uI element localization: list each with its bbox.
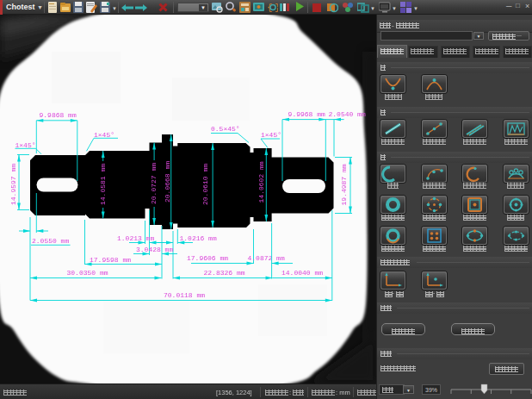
svg-text:19.4987 mm: 19.4987 mm [340, 164, 348, 205]
svg-text:20.0610 mm: 20.0610 mm [201, 164, 209, 205]
svg-text:1×45°: 1×45° [261, 131, 281, 139]
svg-text:14.0581 mm: 14.0581 mm [99, 164, 107, 205]
svg-text:4.0872 mm: 4.0872 mm [248, 254, 285, 262]
svg-text:17.9598 mm: 17.9598 mm [90, 256, 131, 264]
svg-text:17.9606 mm: 17.9606 mm [187, 254, 228, 262]
svg-text:14.9597 mm: 14.9597 mm [9, 164, 17, 205]
svg-text:20.0668 mm: 20.0668 mm [164, 161, 171, 203]
svg-text:1×45°: 1×45° [94, 131, 114, 139]
svg-text:14.0040 mm: 14.0040 mm [281, 269, 323, 277]
svg-text:}: } [275, 3, 278, 13]
svg-text:70.0118 mm: 70.0118 mm [164, 291, 205, 299]
svg-text:22.8326 mm: 22.8326 mm [204, 269, 245, 277]
svg-text:20.0727 mm: 20.0727 mm [150, 163, 158, 204]
svg-text:2.0550 mm: 2.0550 mm [32, 237, 69, 245]
svg-text:0.5×45°: 0.5×45° [211, 125, 240, 133]
svg-text:14.0602 mm: 14.0602 mm [257, 161, 265, 203]
svg-text:1×45°: 1×45° [15, 141, 36, 149]
svg-text:3.0428 mm: 3.0428 mm [136, 246, 173, 253]
svg-text:9.9868 mm: 9.9868 mm [40, 111, 77, 119]
svg-text:30.0350 mm: 30.0350 mm [67, 269, 108, 277]
svg-text:2.0540 mm: 2.0540 mm [329, 110, 366, 118]
svg-text:1.0213 mm: 1.0213 mm [117, 234, 154, 242]
svg-text:9.9968 mm: 9.9968 mm [288, 110, 325, 118]
svg-text:1.0216 mm: 1.0216 mm [180, 234, 217, 242]
